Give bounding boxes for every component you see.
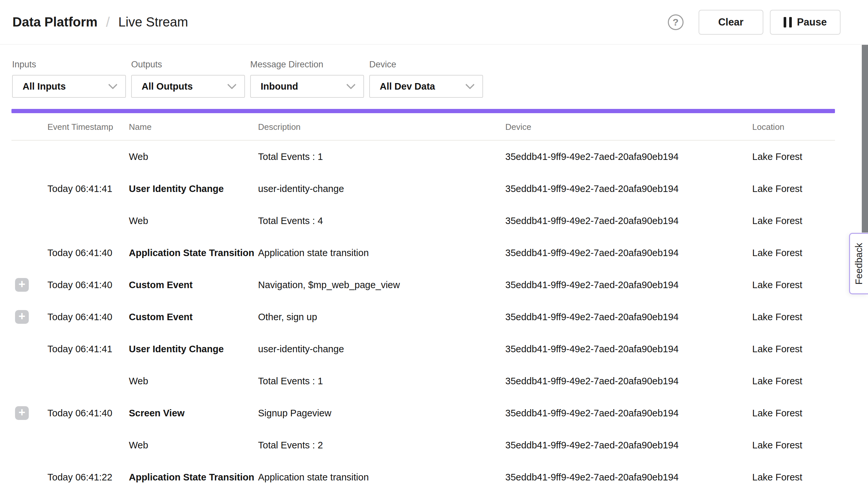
- event-name-cell: Web: [129, 376, 148, 387]
- filter-device: Device All Dev Data: [369, 60, 483, 98]
- clear-button[interactable]: Clear: [699, 10, 763, 35]
- event-timestamp-cell: Today 06:41:41: [48, 183, 112, 194]
- filter-inputs: Inputs All Inputs: [12, 60, 126, 98]
- inputs-dropdown[interactable]: All Inputs: [12, 75, 126, 98]
- event-description-cell: Total Events : 1: [258, 151, 323, 162]
- stream-progress-bar: [11, 109, 835, 113]
- event-location-cell: Lake Forest: [752, 440, 802, 451]
- help-icon[interactable]: ?: [668, 14, 684, 30]
- table-row[interactable]: Today 06:41:40 Application State Transit…: [0, 237, 868, 269]
- filter-device-label: Device: [369, 60, 483, 70]
- pause-button[interactable]: Pause: [770, 10, 840, 35]
- event-name-cell: User Identity Change: [129, 344, 224, 355]
- event-device-cell: 35eddb41-9ff9-49e2-7aed-20afa90eb194: [505, 472, 679, 483]
- breadcrumb: Data Platform / Live Stream: [12, 14, 188, 30]
- table-body: Web Total Events : 1 35eddb41-9ff9-49e2-…: [0, 141, 868, 486]
- expand-row-button[interactable]: +: [15, 310, 29, 324]
- column-header-event-timestamp: Event Timestamp: [48, 122, 113, 132]
- event-location-cell: Lake Forest: [752, 376, 802, 387]
- event-device-cell: 35eddb41-9ff9-49e2-7aed-20afa90eb194: [505, 280, 679, 291]
- event-name-cell: Custom Event: [129, 312, 193, 323]
- event-name-cell: Screen View: [129, 408, 184, 419]
- event-timestamp-cell: Today 06:41:41: [48, 344, 112, 355]
- table-row[interactable]: + Today 06:41:40 Custom Event Navigation…: [0, 269, 868, 301]
- event-device-cell: 35eddb41-9ff9-49e2-7aed-20afa90eb194: [505, 408, 679, 419]
- column-header-device: Device: [505, 122, 531, 132]
- event-location-cell: Lake Forest: [752, 312, 802, 323]
- event-timestamp-cell: Today 06:41:40: [48, 312, 112, 323]
- event-description-cell: Total Events : 2: [258, 440, 323, 451]
- event-device-cell: 35eddb41-9ff9-49e2-7aed-20afa90eb194: [505, 344, 679, 355]
- message-direction-dropdown-value: Inbound: [261, 81, 298, 92]
- table-row[interactable]: Web Total Events : 4 35eddb41-9ff9-49e2-…: [0, 205, 868, 237]
- event-device-cell: 35eddb41-9ff9-49e2-7aed-20afa90eb194: [505, 248, 679, 259]
- event-name-cell: Web: [129, 215, 148, 226]
- event-timestamp-cell: Today 06:41:22: [48, 472, 112, 483]
- expand-row-button[interactable]: +: [15, 406, 29, 420]
- column-header-location: Location: [752, 122, 784, 132]
- table-header: Event Timestamp Name Description Device …: [11, 113, 835, 141]
- event-name-cell: Web: [129, 151, 148, 162]
- event-name-cell: Application State Transition: [129, 472, 254, 483]
- event-name-cell: User Identity Change: [129, 183, 224, 194]
- chevron-down-icon: [108, 80, 117, 89]
- plus-icon: +: [18, 406, 25, 418]
- table-row[interactable]: + Today 06:41:40 Custom Event Other, sig…: [0, 301, 868, 333]
- event-location-cell: Lake Forest: [752, 472, 802, 483]
- filter-outputs: Outputs All Outputs: [131, 60, 245, 98]
- column-header-description: Description: [258, 122, 301, 132]
- plus-icon: +: [18, 310, 25, 322]
- table-row[interactable]: Today 06:41:22 Application State Transit…: [0, 461, 868, 486]
- column-header-name: Name: [129, 122, 151, 132]
- event-description-cell: Navigation, $mp_web_page_view: [258, 280, 400, 291]
- event-device-cell: 35eddb41-9ff9-49e2-7aed-20afa90eb194: [505, 440, 679, 451]
- live-stream-page: Data Platform / Live Stream ? Clear Paus…: [0, 0, 868, 486]
- table-row[interactable]: Web Total Events : 2 35eddb41-9ff9-49e2-…: [0, 429, 868, 461]
- event-device-cell: 35eddb41-9ff9-49e2-7aed-20afa90eb194: [505, 312, 679, 323]
- page-header: Data Platform / Live Stream ? Clear Paus…: [0, 0, 868, 44]
- device-dropdown[interactable]: All Dev Data: [369, 75, 483, 98]
- event-description-cell: Application state transition: [258, 472, 369, 483]
- event-location-cell: Lake Forest: [752, 280, 802, 291]
- chevron-down-icon: [465, 80, 474, 89]
- feedback-tab-label: Feedback: [854, 243, 864, 284]
- event-description-cell: Signup Pageview: [258, 408, 331, 419]
- table-row[interactable]: Today 06:41:41 User Identity Change user…: [0, 333, 868, 365]
- event-timestamp-cell: Today 06:41:40: [48, 408, 112, 419]
- table-row[interactable]: Web Total Events : 1 35eddb41-9ff9-49e2-…: [0, 141, 868, 173]
- pause-button-label: Pause: [797, 17, 827, 28]
- device-dropdown-value: All Dev Data: [380, 81, 435, 92]
- event-location-cell: Lake Forest: [752, 248, 802, 259]
- outputs-dropdown-value: All Outputs: [142, 81, 193, 92]
- event-description-cell: user-identity-change: [258, 183, 344, 194]
- table-row[interactable]: Web Total Events : 1 35eddb41-9ff9-49e2-…: [0, 365, 868, 397]
- filter-bar: Inputs All Inputs Outputs All Outputs Me…: [0, 44, 868, 98]
- scrollbar-thumb[interactable]: [862, 45, 868, 233]
- chevron-down-icon: [227, 80, 237, 89]
- table-row[interactable]: + Today 06:41:40 Screen View Signup Page…: [0, 397, 868, 429]
- pause-icon: [784, 17, 792, 28]
- expand-row-button[interactable]: +: [15, 278, 29, 292]
- event-device-cell: 35eddb41-9ff9-49e2-7aed-20afa90eb194: [505, 215, 679, 226]
- filter-message-direction: Message Direction Inbound: [250, 60, 364, 98]
- event-device-cell: 35eddb41-9ff9-49e2-7aed-20afa90eb194: [505, 376, 679, 387]
- event-name-cell: Application State Transition: [129, 248, 254, 259]
- filter-inputs-label: Inputs: [12, 60, 126, 70]
- breadcrumb-section[interactable]: Data Platform: [12, 15, 97, 29]
- plus-icon: +: [18, 278, 25, 290]
- page-title: Live Stream: [118, 15, 188, 29]
- event-location-cell: Lake Forest: [752, 183, 802, 194]
- feedback-tab[interactable]: Feedback: [849, 233, 868, 294]
- event-name-cell: Web: [129, 440, 148, 451]
- events-table: Event Timestamp Name Description Device …: [0, 113, 868, 486]
- event-timestamp-cell: Today 06:41:40: [48, 248, 112, 259]
- event-device-cell: 35eddb41-9ff9-49e2-7aed-20afa90eb194: [505, 183, 679, 194]
- outputs-dropdown[interactable]: All Outputs: [131, 75, 245, 98]
- message-direction-dropdown[interactable]: Inbound: [250, 75, 364, 98]
- event-description-cell: Other, sign up: [258, 312, 317, 323]
- event-timestamp-cell: Today 06:41:40: [48, 280, 112, 291]
- event-name-cell: Custom Event: [129, 280, 193, 291]
- table-row[interactable]: Today 06:41:41 User Identity Change user…: [0, 173, 868, 205]
- event-location-cell: Lake Forest: [752, 151, 802, 162]
- filter-message-direction-label: Message Direction: [250, 60, 364, 70]
